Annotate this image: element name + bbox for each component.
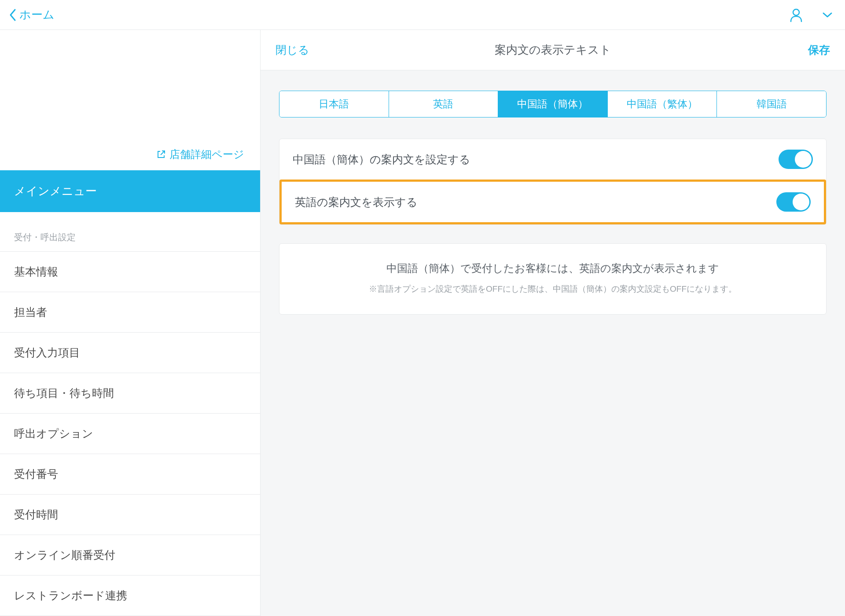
sidebar-item-restaurant-board[interactable]: レストランボード連携 <box>0 576 260 616</box>
sidebar-item-online-queue[interactable]: オンライン順番受付 <box>0 535 260 576</box>
sidebar-item-reception-time[interactable]: 受付時間 <box>0 495 260 535</box>
panel-title: 案内文の表示テキスト <box>495 42 611 58</box>
sidebar-item-reception-fields[interactable]: 受付入力項目 <box>0 333 260 373</box>
back-label: ホーム <box>19 7 55 22</box>
sidebar-section-header: 受付・呼出設定 <box>0 212 260 252</box>
tab-japanese[interactable]: 日本語 <box>279 91 389 117</box>
sidebar-item-reception-number[interactable]: 受付番号 <box>0 454 260 495</box>
layout: 店舗詳細ページ メインメニュー 受付・呼出設定 基本情報 担当者 受付入力項目 … <box>0 30 845 616</box>
external-link-icon <box>156 150 166 159</box>
sidebar-item-basic-info[interactable]: 基本情報 <box>0 252 260 292</box>
top-bar: ホーム <box>0 0 845 30</box>
main-menu-label: メインメニュー <box>14 184 97 198</box>
sidebar-item-staff[interactable]: 担当者 <box>0 292 260 333</box>
save-button[interactable]: 保存 <box>808 43 830 57</box>
user-icon[interactable] <box>790 8 803 22</box>
store-link-row: 店舗詳細ページ <box>0 30 260 170</box>
close-button[interactable]: 閉じる <box>276 43 309 57</box>
tab-chinese-traditional[interactable]: 中国語（繁体） <box>608 91 717 117</box>
panel-body: 日本語 英語 中国語（簡体） 中国語（繁体） 韓国語 中国語（簡体）の案内文を設… <box>261 70 845 335</box>
tab-korean[interactable]: 韓国語 <box>717 91 826 117</box>
top-right <box>790 8 833 22</box>
info-card: 中国語（簡体）で受付したお客様には、英語の案内文が表示されます ※言語オプション… <box>279 243 827 315</box>
back-button[interactable]: ホーム <box>9 7 55 22</box>
toggle-knob <box>795 151 812 168</box>
sidebar-item-call-options[interactable]: 呼出オプション <box>0 414 260 454</box>
sidebar-item-wait-items[interactable]: 待ち項目・待ち時間 <box>0 373 260 414</box>
settings-card: 中国語（簡体）の案内文を設定する 英語の案内文を表示する <box>279 139 827 225</box>
setting-row-english-display: 英語の案内文を表示する <box>279 180 826 224</box>
sidebar: 店舗詳細ページ メインメニュー 受付・呼出設定 基本情報 担当者 受付入力項目 … <box>0 30 261 616</box>
tab-english[interactable]: 英語 <box>389 91 499 117</box>
sidebar-main-menu[interactable]: メインメニュー <box>0 170 260 212</box>
store-detail-link[interactable]: 店舗詳細ページ <box>156 147 244 161</box>
info-note-text: ※言語オプション設定で英語をOFFにした際は、中国語（簡体）の案内文設定もOFF… <box>293 283 813 295</box>
toggle-knob <box>793 194 809 210</box>
setting-label: 英語の案内文を表示する <box>295 195 418 209</box>
toggle-chinese-guidance[interactable] <box>779 150 813 169</box>
svg-point-0 <box>793 9 799 15</box>
tab-chinese-simplified[interactable]: 中国語（簡体） <box>498 91 608 117</box>
info-main-text: 中国語（簡体）で受付したお客様には、英語の案内文が表示されます <box>293 261 813 275</box>
setting-row-chinese-guidance: 中国語（簡体）の案内文を設定する <box>279 139 826 180</box>
panel-header: 閉じる 案内文の表示テキスト 保存 <box>261 30 845 70</box>
store-link-label: 店舗詳細ページ <box>169 147 244 161</box>
main-panel: 閉じる 案内文の表示テキスト 保存 日本語 英語 中国語（簡体） 中国語（繁体）… <box>261 30 845 616</box>
language-tabs: 日本語 英語 中国語（簡体） 中国語（繁体） 韓国語 <box>279 91 827 117</box>
setting-label: 中国語（簡体）の案内文を設定する <box>293 152 470 167</box>
toggle-english-display[interactable] <box>776 192 811 212</box>
chevron-down-icon[interactable] <box>822 12 833 18</box>
chevron-left-icon <box>9 8 17 22</box>
